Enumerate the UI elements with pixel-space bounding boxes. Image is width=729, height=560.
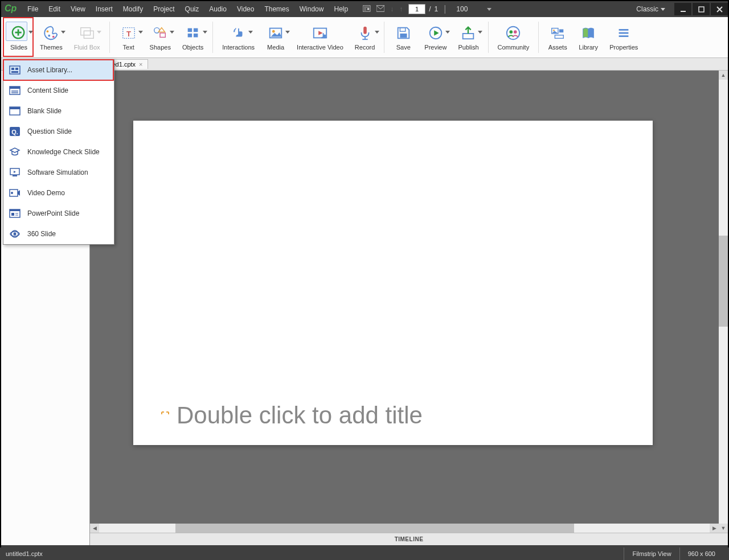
dd-item-label: Knowledge Check Slide <box>27 148 100 156</box>
svg-point-14 <box>48 34 50 36</box>
image-icon <box>266 24 285 42</box>
minimize-button[interactable] <box>674 3 691 15</box>
dd-blank-slide[interactable]: Blank Slide <box>3 101 114 121</box>
zoom-control[interactable]: 100 <box>456 5 492 13</box>
chevron-down-icon <box>61 31 65 34</box>
hscroll-thumb[interactable] <box>175 524 574 533</box>
svg-rect-16 <box>80 27 90 35</box>
tool-shapes[interactable]: Shapes <box>144 17 177 57</box>
menu-insert[interactable]: Insert <box>91 3 117 15</box>
page-sep: / <box>429 5 431 13</box>
menu-video[interactable]: Video <box>232 3 259 15</box>
title-placeholder-text: Double click to add title <box>177 402 423 429</box>
menu-lines-icon <box>614 24 633 42</box>
menu-quiz[interactable]: Quiz <box>181 3 204 15</box>
status-bar: untitled1.cptx Filmstrip View 960 x 600 <box>0 547 729 560</box>
dd-asset-library[interactable]: Asset Library... <box>3 60 114 80</box>
svg-rect-22 <box>187 28 191 32</box>
menu-extras: ↓ ↑ 1 / 1 | 100 <box>363 4 492 14</box>
dd-knowledge-check[interactable]: Knowledge Check Slide <box>3 142 114 162</box>
svg-text:Q.: Q. <box>11 129 18 135</box>
mail-icon[interactable] <box>376 4 384 14</box>
svg-point-61 <box>11 192 13 194</box>
close-button[interactable] <box>711 3 728 15</box>
tool-publish[interactable]: Publish <box>452 17 484 57</box>
tool-save[interactable]: Save <box>388 17 419 57</box>
tool-objects[interactable]: Objects <box>177 17 209 57</box>
svg-rect-35 <box>463 33 474 38</box>
scroll-up-icon[interactable]: ▲ <box>719 71 728 80</box>
tool-text[interactable]: T Text <box>113 17 144 57</box>
vertical-scrollbar[interactable]: ▲ ▼ <box>719 71 728 533</box>
tool-media[interactable]: Media <box>260 17 291 57</box>
tool-ivideo-label: Interactive Video <box>297 44 343 51</box>
asset-library-icon <box>9 65 21 75</box>
tool-interactions[interactable]: Interactions <box>216 17 260 57</box>
menu-view[interactable]: View <box>66 3 90 15</box>
menu-window[interactable]: Window <box>295 3 329 15</box>
scroll-down-icon[interactable]: ▼ <box>719 524 728 533</box>
chevron-down-icon <box>170 31 174 34</box>
menu-help[interactable]: Help <box>329 3 353 15</box>
tool-preview[interactable]: Preview <box>419 17 452 57</box>
menu-themes[interactable]: Themes <box>260 3 293 15</box>
tool-themes[interactable]: Themes <box>34 17 68 57</box>
tool-objects-label: Objects <box>182 44 203 51</box>
tool-interactions-label: Interactions <box>222 44 255 51</box>
svg-rect-4 <box>367 8 369 10</box>
svg-rect-47 <box>11 68 14 70</box>
upload-icon <box>458 24 478 42</box>
menu-file[interactable]: File <box>23 3 43 15</box>
tool-save-label: Save <box>396 44 411 51</box>
chevron-down-icon <box>248 31 253 34</box>
content-slide-icon <box>9 85 21 96</box>
dd-video-demo[interactable]: Video Demo <box>3 183 114 203</box>
tool-interactive-video[interactable]: Interactive Video <box>291 17 349 57</box>
tool-library[interactable]: Library <box>573 17 604 57</box>
slide-canvas[interactable]: Double click to add title <box>133 121 653 445</box>
menu-edit[interactable]: Edit <box>44 3 65 15</box>
newspaper-icon[interactable] <box>363 4 371 14</box>
blank-slide-icon <box>9 106 21 116</box>
svg-point-69 <box>14 233 17 236</box>
interactive-video-icon <box>310 24 330 42</box>
vscroll-thumb[interactable] <box>719 236 728 327</box>
svg-rect-41 <box>559 29 563 32</box>
tool-community[interactable]: Community <box>492 17 535 57</box>
dd-item-label: Software Simulation <box>27 168 88 176</box>
scroll-right-icon[interactable]: ▶ <box>710 524 719 533</box>
svg-point-15 <box>52 35 55 38</box>
dd-item-label: Content Slide <box>27 87 68 94</box>
grid-icon <box>183 24 203 42</box>
title-placeholder[interactable]: Double click to add title <box>161 402 423 429</box>
tab-close-icon[interactable]: × <box>139 61 142 68</box>
arrow-down-icon[interactable]: ↓ <box>390 5 394 13</box>
maximize-button[interactable] <box>693 3 710 15</box>
dd-question-slide[interactable]: Q. Question Slide <box>3 121 114 142</box>
dd-powerpoint-slide[interactable]: PowerPoint Slide <box>3 203 114 224</box>
dd-software-simulation[interactable]: Software Simulation <box>3 162 114 183</box>
svg-point-13 <box>46 30 48 32</box>
tool-slides[interactable]: Slides <box>3 17 34 57</box>
timeline-panel-header[interactable]: TIMELINE <box>90 533 728 545</box>
knowledge-check-icon <box>9 147 21 157</box>
status-view-mode[interactable]: Filmstrip View <box>624 547 679 560</box>
tool-assets[interactable]: Assets <box>542 17 573 57</box>
chevron-down-icon <box>487 8 492 11</box>
svg-rect-48 <box>15 68 18 70</box>
book-icon <box>579 24 598 42</box>
menu-audio[interactable]: Audio <box>204 3 231 15</box>
workspace-dropdown[interactable]: Classic <box>632 3 670 15</box>
menu-project[interactable]: Project <box>149 3 179 15</box>
tool-properties[interactable]: Properties <box>604 17 644 57</box>
scroll-left-icon[interactable]: ◀ <box>90 524 99 533</box>
dd-content-slide[interactable]: Content Slide <box>3 80 114 101</box>
tool-record[interactable]: Record <box>349 17 380 57</box>
arrow-up-icon[interactable]: ↑ <box>399 5 403 13</box>
page-current-input[interactable]: 1 <box>408 4 425 14</box>
menu-modify[interactable]: Modify <box>118 3 148 15</box>
chevron-down-icon <box>445 31 450 34</box>
horizontal-scrollbar[interactable]: ◀ ▶ <box>90 524 719 533</box>
dd-360-slide[interactable]: 360 Slide <box>3 224 114 244</box>
tool-text-label: Text <box>123 44 134 51</box>
